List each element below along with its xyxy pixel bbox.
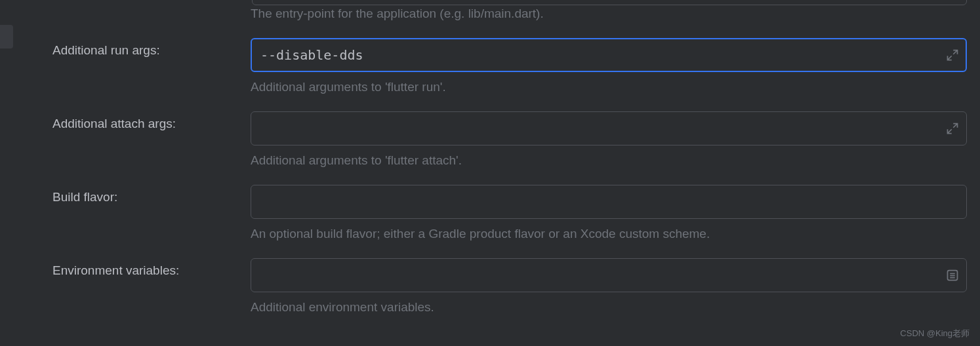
additional-attach-args-input[interactable] — [251, 111, 967, 145]
build-flavor-input[interactable] — [251, 185, 967, 219]
additional-attach-args-label: Additional attach args: — [52, 111, 251, 131]
build-flavor-label: Build flavor: — [52, 185, 251, 204]
dart-entrypoint-hint: The entry-point for the application (e.g… — [251, 7, 967, 21]
additional-run-args-input[interactable] — [251, 38, 967, 72]
build-flavor-hint: An optional build flavor; either a Gradl… — [251, 227, 967, 241]
additional-run-args-label: Additional run args: — [52, 38, 251, 58]
environment-variables-label: Environment variables: — [52, 258, 251, 278]
environment-variables-hint: Additional environment variables. — [251, 300, 967, 315]
watermark: CSDN @King老师 — [900, 328, 970, 339]
form-container: The entry-point for the application (e.g… — [20, 0, 980, 332]
tab-indicator[interactable] — [0, 25, 13, 48]
environment-variables-input[interactable] — [251, 258, 967, 292]
additional-attach-args-hint: Additional arguments to 'flutter attach'… — [251, 153, 967, 168]
left-gutter — [0, 0, 20, 346]
additional-run-args-hint: Additional arguments to 'flutter run'. — [251, 80, 967, 94]
